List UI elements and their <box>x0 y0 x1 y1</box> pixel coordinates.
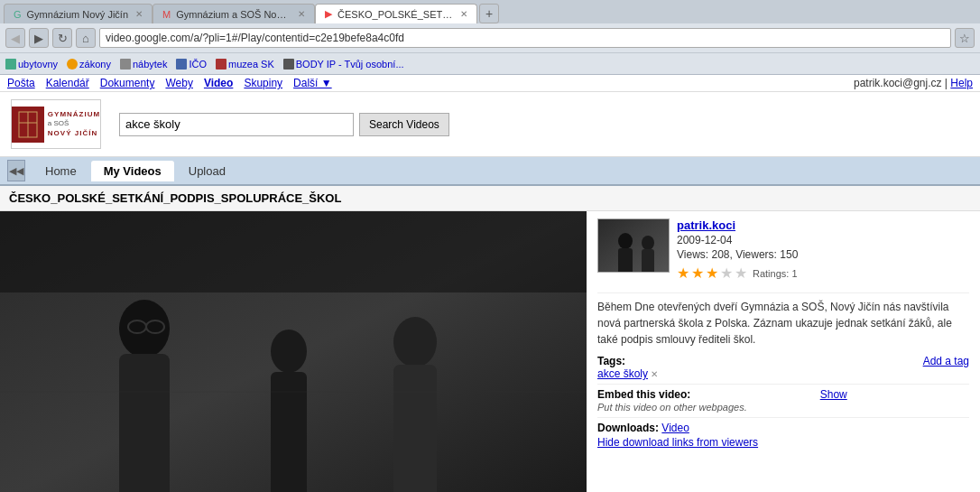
svg-rect-18 <box>618 248 633 273</box>
tab-3-close[interactable]: ✕ <box>460 9 467 19</box>
svg-point-9 <box>271 330 307 373</box>
tag-link[interactable]: akce školy <box>597 367 648 380</box>
svg-point-11 <box>393 317 437 367</box>
star-rating: ★ ★ ★ ★ ★ Ratings: 1 <box>677 265 798 282</box>
svg-rect-20 <box>642 249 654 273</box>
uploader-name[interactable]: patrik.koci <box>677 218 798 232</box>
gapps-user-email: patrik.koci@gnj.cz <box>854 77 942 89</box>
gapps-skupiny[interactable]: Skupiny <box>244 77 282 89</box>
gapps-help[interactable]: Help <box>950 77 973 89</box>
downloads-label: Downloads: <box>597 422 659 434</box>
bookmark-ico[interactable]: IČO <box>176 59 207 70</box>
logo-line3: NOVÝ JIČÍN <box>48 129 100 138</box>
tab-2-close[interactable]: ✕ <box>298 9 305 19</box>
forward-button[interactable]: ▶ <box>29 28 49 48</box>
tag-remove-icon[interactable]: ✕ <box>651 369 658 379</box>
tab-3-label: ČESKO_POLSKÉ_SETKÁNÍ_POI... <box>337 9 453 20</box>
video-info: patrik.koci 2009-12-04 Views: 208, Viewe… <box>587 211 980 492</box>
bookmark-ubytovny[interactable]: ubytovny <box>5 59 58 70</box>
thumb-inner <box>598 219 669 272</box>
tab-2-label: Gymnázium a SOŠ Nový Jičín N... <box>176 9 291 20</box>
gapps-posta[interactable]: Pošta <box>7 77 35 89</box>
star-4: ★ <box>720 265 733 282</box>
star-5: ★ <box>735 265 747 282</box>
ratings-text: Ratings: 1 <box>753 268 798 279</box>
tab-home[interactable]: Home <box>32 161 89 181</box>
search-input[interactable] <box>119 113 354 136</box>
bookmark-zakony-icon <box>67 59 78 70</box>
video-description: Během Dne otevřených dveří Gymnázia a SO… <box>597 292 969 348</box>
address-bar[interactable] <box>99 28 951 48</box>
browser-chrome: G Gymnázium Nový Jičín ✕ M Gymnázium a S… <box>0 0 980 75</box>
svg-rect-16 <box>598 219 670 273</box>
download-video-link[interactable]: Video <box>661 422 689 434</box>
tags-row: Tags: akce školy ✕ Add a tag <box>597 355 969 380</box>
bookmark-bodyip[interactable]: BODY IP - Tvůj osobní... <box>283 59 404 70</box>
search-area: Search Videos <box>119 113 449 136</box>
svg-point-19 <box>642 236 654 250</box>
search-button[interactable]: Search Videos <box>359 113 449 136</box>
gapps-video[interactable]: Video <box>204 77 233 89</box>
video-area: patrik.koci 2009-12-04 Views: 208, Viewe… <box>0 211 980 492</box>
star-1: ★ <box>677 265 689 282</box>
bookmark-muzea[interactable]: muzea SK <box>216 59 274 70</box>
gapps-dokumenty[interactable]: Dokumenty <box>100 77 155 89</box>
reload-button[interactable]: ↻ <box>52 28 72 48</box>
gapps-dalsi[interactable]: Další ▼ <box>293 77 332 89</box>
tab-1-close[interactable]: ✕ <box>135 9 143 19</box>
tab-bar: G Gymnázium Nový Jičín ✕ M Gymnázium a S… <box>0 0 980 23</box>
new-tab-button[interactable]: + <box>479 4 499 23</box>
main-content: ČESKO_POLSKÉ_SETKÁNÍ_PODPIS_SPOLUPRÁCE_Š… <box>0 186 980 492</box>
bookmark-bodyip-icon <box>283 59 294 70</box>
bookmark-nabytek-icon <box>120 59 131 70</box>
home-button[interactable]: ⌂ <box>76 28 96 48</box>
video-player[interactable] <box>0 211 587 492</box>
logo-search-area: GYMNÁZIUM a SOŠ NOVÝ JIČÍN Search Videos <box>0 92 980 157</box>
bookmark-muzea-icon <box>216 59 227 70</box>
tab-3[interactable]: ▶ ČESKO_POLSKÉ_SETKÁNÍ_POI... ✕ <box>315 4 477 23</box>
embed-label: Embed this video: <box>597 388 690 401</box>
add-tag-link[interactable]: Add a tag <box>923 355 969 380</box>
back-button[interactable]: ◀ <box>5 28 25 48</box>
video-date: 2009-12-04 <box>677 234 798 246</box>
nav-bar: ◀ ▶ ↻ ⌂ ☆ <box>0 23 980 52</box>
tab-1-label: Gymnázium Nový Jičín <box>27 9 128 20</box>
gapps-weby[interactable]: Weby <box>165 77 192 89</box>
tab-my-videos[interactable]: My Videos <box>91 161 174 181</box>
collapse-button[interactable]: ◀◀ <box>7 160 25 181</box>
logo-line2: a SOŠ <box>48 119 100 128</box>
gapps-kalendar[interactable]: Kalendář <box>46 77 89 89</box>
svg-point-17 <box>618 233 633 249</box>
star-2: ★ <box>691 265 704 282</box>
downloads-row: Downloads: Video Hide download links fro… <box>597 417 969 449</box>
video-title: ČESKO_POLSKÉ_SETKÁNÍ_PODPIS_SPOLUPRÁCE_Š… <box>9 191 341 205</box>
tags-label: Tags: <box>597 355 625 367</box>
star-button[interactable]: ☆ <box>955 28 975 48</box>
hide-downloads-link[interactable]: Hide download links from viewers <box>597 436 969 449</box>
bookmark-ubytovny-icon <box>5 59 16 70</box>
embed-row: Embed this video: Show Put this video on… <box>597 384 969 413</box>
tab-2[interactable]: M Gymnázium a SOŠ Nový Jičín N... ✕ <box>153 4 315 23</box>
nav-tabs: ◀◀ Home My Videos Upload <box>0 157 980 186</box>
embed-show-link[interactable]: Show <box>820 388 847 401</box>
svg-rect-12 <box>393 365 437 492</box>
svg-point-5 <box>119 300 170 357</box>
video-views: Views: 208, Viewers: 150 <box>677 248 798 261</box>
uploader-info: patrik.koci 2009-12-04 Views: 208, Viewe… <box>677 218 798 285</box>
tab-1[interactable]: G Gymnázium Nový Jičín ✕ <box>4 4 153 23</box>
embed-left: Embed this video: Show Put this video on… <box>597 388 847 413</box>
tab-1-favicon: G <box>14 9 22 20</box>
bookmark-ico-icon <box>176 59 187 70</box>
video-thumbnail <box>597 218 670 273</box>
tab-upload[interactable]: Upload <box>176 161 238 181</box>
tab-3-favicon: ▶ <box>325 8 332 20</box>
bookmarks-bar: ubytovny zákony nábytek IČO muzea SK BOD… <box>0 52 980 74</box>
gapps-user-area: patrik.koci@gnj.cz | Help <box>854 77 973 89</box>
tab-2-favicon: M <box>162 9 171 20</box>
bookmark-zakony[interactable]: zákony <box>67 59 111 70</box>
svg-rect-10 <box>271 372 307 492</box>
gapps-bar: Pošta Kalendář Dokumenty Weby Video Skup… <box>0 75 980 92</box>
embed-sub: Put this video on other webpages. <box>597 402 747 413</box>
bookmark-nabytek[interactable]: nábytek <box>120 59 168 70</box>
star-3: ★ <box>706 265 718 282</box>
